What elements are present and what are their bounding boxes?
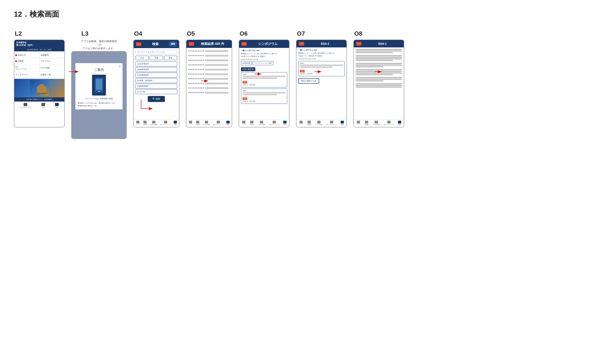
o6-nav-schedule[interactable]: 日程表 [250, 121, 254, 126]
o6-add-schedule-btn[interactable]: マイスケジュールへ追記 [253, 61, 273, 65]
o5-nav-my-label: Myスケジュール [213, 124, 223, 126]
o7-back-btn[interactable]: ← [299, 42, 304, 46]
o4-nav-top[interactable]: トップ [136, 121, 140, 126]
list-item[interactable]: › [187, 58, 231, 63]
o6-nav-search[interactable]: 検索 [283, 121, 286, 126]
o4-nav-search[interactable]: 検索 [174, 121, 177, 126]
o4-nav-schedule[interactable]: 日程表 [143, 121, 147, 126]
o4-cat-c[interactable]: (C)生物系薬学 [136, 73, 177, 78]
l2-menu-item-current[interactable]: 只今の演題 [39, 64, 65, 72]
list-item[interactable]: › [187, 53, 231, 58]
o4-header: ← 検索 履歴 [134, 40, 179, 48]
o7-card[interactable]: S04-1 演題 演員氏名／座長所属 [298, 61, 345, 76]
o6-back-btn[interactable]: ← [241, 42, 247, 46]
list-item[interactable]: › [187, 67, 231, 72]
l2-menu-item-exhibitor[interactable]: 出展社一覧 [39, 72, 65, 78]
o6-nav-current[interactable]: 只今の演題 [258, 121, 265, 126]
o5-nav-my[interactable]: Myスケジュール [213, 121, 223, 126]
list-item[interactable]: › [187, 86, 231, 91]
list-item[interactable]: › [187, 49, 231, 53]
list-item[interactable]: › [187, 72, 231, 77]
l2-nav-search[interactable]: 検索 [55, 103, 59, 109]
o7-nav-search[interactable]: 検索 [341, 121, 344, 126]
l2-nav-schedule2[interactable]: 定定 [41, 103, 45, 109]
o4-cat-d[interactable]: (D)環境・衛系薬学 [136, 78, 177, 83]
o6-wrapper: O6 ← シンポジウム 一般シンポジウム S04 製薬協セミナー「より良い薬を患… [239, 30, 290, 127]
o8-nav-top[interactable]: トップ [356, 121, 360, 126]
current-icon [152, 121, 155, 124]
l2-menu-item-program[interactable]: プログラム [39, 58, 65, 64]
o8-nav-schedule[interactable]: 日程表 [364, 121, 369, 126]
o5-nav-current[interactable]: 只今の演題 [203, 121, 210, 126]
o4-screen: ← 検索 履歴 氏名 所属 要旨 (A)化学系薬学 (B)物理系薬学 (C)生物… [133, 39, 179, 127]
o7-nav-top[interactable]: トップ [299, 121, 303, 126]
o5-nav-top[interactable]: トップ [189, 121, 193, 126]
o4-nav-my[interactable]: Myスケジュール [161, 121, 171, 126]
o7-abstract-btn[interactable]: 要旨を閲覧する ▶ [298, 78, 319, 84]
search-icon [226, 121, 230, 124]
o4-nav-schedule-label: 日程表 [143, 124, 147, 126]
o6-nav-my[interactable]: Myスケジュール [269, 121, 279, 126]
l2-bottom-link[interactable]: 金沢市公式観光サイト・金沢旅物語 [14, 97, 64, 102]
search-icon [55, 103, 59, 106]
o8-nav-my[interactable]: Myスケジュール [384, 121, 394, 126]
o4-search-input[interactable] [136, 50, 177, 54]
o4-filter-abstract[interactable]: 要旨 [164, 56, 177, 60]
l3-close-btn[interactable]: × [119, 65, 121, 68]
o7-nav-schedule[interactable]: 日程表 [307, 121, 311, 126]
o4-cat-f1[interactable]: (F)医療系薬学 [136, 84, 177, 89]
list-item[interactable]: › [187, 91, 231, 95]
o8-nav-search[interactable]: 検索 [398, 121, 401, 126]
l2-menu-item-bookmark[interactable]: ブックマーク [14, 72, 39, 78]
o4-history-btn[interactable]: 履歴 [169, 42, 177, 46]
o5-nav-search[interactable]: 検索 [226, 121, 230, 126]
o8-back-btn[interactable]: ← [356, 42, 361, 46]
label: 日程表 [307, 124, 311, 126]
o8-text-line [356, 57, 402, 58]
my-schedule-icon [330, 121, 333, 124]
l2-menu-item-notice[interactable]: お知らせ [14, 52, 39, 58]
l2-menu-item-venue[interactable]: 会場案内 [39, 52, 65, 58]
o5-back-btn[interactable]: ← [189, 42, 194, 46]
o4-content: 氏名 所属 要旨 (A)化学系薬学 (B)物理系薬学 (C)生物系薬学 (D)環… [134, 48, 179, 119]
o6-label: O6 [239, 30, 248, 37]
o7-card-tag: 演題 [300, 70, 305, 72]
o7-content: 一般シンポジウム S04 製薬協セミナー「より良い薬を患者さんに届ける」 B会場… [296, 47, 346, 119]
o7-nav-current[interactable]: 只今の演題 [315, 121, 322, 126]
label: 日程表 [364, 124, 369, 126]
o4-nav: トップ 日程表 只今の演題 Myスケジュール 検索 [134, 119, 179, 127]
o7-nav-my[interactable]: Myスケジュール [326, 121, 337, 126]
o5-nav-schedule[interactable]: 日程表 [196, 121, 200, 126]
o8-text-line [356, 63, 402, 64]
list-item[interactable]: › [187, 63, 231, 67]
list-item[interactable]: › [187, 77, 231, 81]
home-icon [136, 121, 139, 124]
o4-back-btn[interactable]: ← [136, 42, 141, 46]
o8-nav-current[interactable]: 只今の演題 [373, 121, 380, 126]
o4-cat-b[interactable]: (B)物理系薬学 [136, 67, 177, 72]
label: トップ [242, 124, 246, 126]
o6-venue-map-btn[interactable]: 会場案内図 [241, 61, 252, 65]
o6-section-title[interactable]: 全体の趣旨 ▶ [241, 67, 255, 71]
list-item[interactable]: › [187, 81, 231, 86]
l2-nav-home[interactable]: ホーム(サイトFW) [20, 103, 31, 109]
my-schedule-icon [273, 121, 276, 124]
o5-content: › › › › [186, 48, 232, 119]
label: Myスケジュール [326, 124, 337, 126]
o4-filter-name[interactable]: 氏名 [136, 56, 149, 60]
schedule-icon [308, 121, 311, 124]
o6-card-2[interactable]: S04-2 演題 演員氏名／座長所属 [241, 89, 287, 104]
o6-card-1[interactable]: S04-1 演題 演員氏名／座長所属 [241, 72, 287, 87]
o4-filter-affiliation[interactable]: 所属 [150, 56, 163, 60]
o4-search-btn[interactable]: 🔍 検索 [148, 96, 165, 102]
l2-menu-item-schedule[interactable]: 日程表 [14, 58, 39, 64]
o4-cat-f2[interactable]: (F)その他 [136, 89, 177, 94]
l3-modal-title: ご案内 [78, 68, 120, 72]
o6-nav-top[interactable]: トップ [242, 121, 246, 126]
l2-menu-label-my-schedule: Myスケジュール [15, 66, 26, 70]
o8-text-line [356, 52, 393, 53]
o4-nav-current[interactable]: 只今の演題 [150, 121, 157, 126]
o4-cat-a[interactable]: (A)化学系薬学 [136, 62, 177, 66]
o4-wrapper: O4 ← 検索 履歴 氏名 所属 要旨 (A)化学系薬学 (B)物理系薬学 (C… [133, 30, 179, 127]
l2-menu-item-my-schedule[interactable]: Myスケジュール [14, 64, 39, 72]
